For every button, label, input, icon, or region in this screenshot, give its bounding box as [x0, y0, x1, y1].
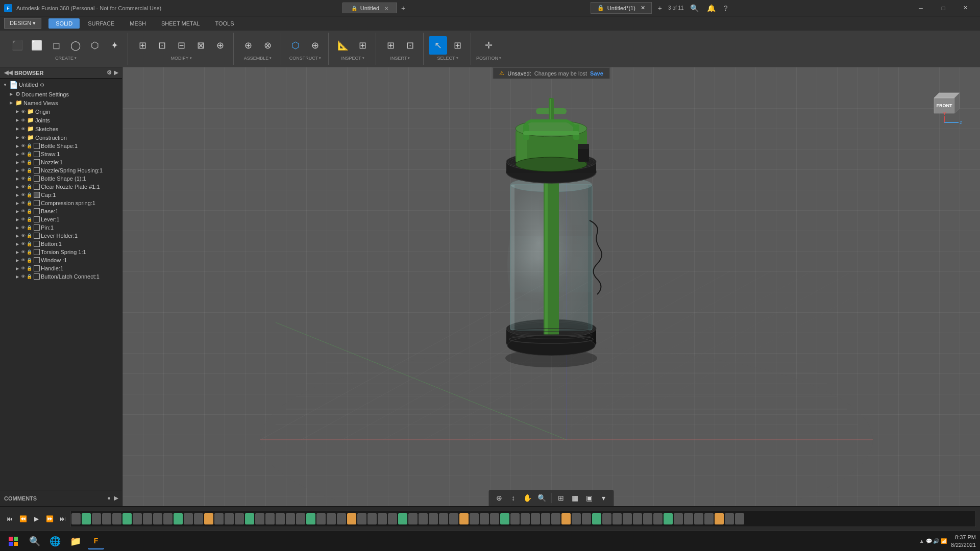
lever-eye[interactable]: 👁: [21, 217, 26, 222]
timeline-item-39[interactable]: [459, 513, 469, 524]
compression-spring-lock[interactable]: 🔒: [27, 201, 32, 206]
timeline-item-42[interactable]: [490, 513, 499, 524]
modify-draft-btn[interactable]: ⊠: [191, 36, 210, 55]
straw-lock[interactable]: 🔒: [27, 152, 32, 157]
tab-close-icon[interactable]: ✕: [384, 6, 388, 11]
new-tab-btn[interactable]: +: [397, 2, 409, 14]
insert-decal-btn[interactable]: ⊡: [401, 36, 419, 55]
tab-sheet-metal[interactable]: SHEET METAL: [154, 18, 207, 29]
maximize-btn[interactable]: □: [933, 3, 953, 14]
select-label[interactable]: SELECT ▾: [437, 56, 458, 61]
minimize-btn[interactable]: ─: [911, 3, 931, 14]
fusion-taskbar-btn[interactable]: F: [88, 533, 104, 549]
timeline-item-46[interactable]: [531, 513, 540, 524]
timeline-item-27[interactable]: [337, 513, 346, 524]
bottle-shape-1-lock[interactable]: 🔒: [27, 143, 32, 148]
timeline-item-12[interactable]: [184, 513, 193, 524]
select-cursor-btn[interactable]: ↖: [429, 36, 447, 55]
button-latch-checkbox[interactable]: [34, 273, 40, 280]
timeline-item-19[interactable]: [255, 513, 264, 524]
nozzle-checkbox[interactable]: [34, 159, 40, 165]
timeline-item-51[interactable]: [582, 513, 591, 524]
position-move-btn[interactable]: ✛: [480, 36, 498, 55]
timeline-item-63[interactable]: [704, 513, 714, 524]
inspect-measure-btn[interactable]: 📐: [334, 36, 352, 55]
create-new-component-btn[interactable]: ⬛: [8, 36, 27, 55]
timeline-item-40[interactable]: [470, 513, 479, 524]
timeline-step-forward-btn[interactable]: ⏩: [44, 513, 55, 524]
timeline-item-28[interactable]: [347, 513, 356, 524]
timeline-item-43[interactable]: [500, 513, 509, 524]
pin-eye[interactable]: 👁: [21, 225, 26, 230]
assemble-joint-btn[interactable]: ⊕: [239, 36, 257, 55]
lever-holder-checkbox[interactable]: [34, 233, 40, 239]
timeline-item-36[interactable]: [429, 513, 438, 524]
doc-tab[interactable]: 🔒 Untitled*(1) ✕: [591, 2, 652, 14]
tab-surface[interactable]: SURFACE: [81, 18, 121, 29]
create-revolve-btn[interactable]: ◯: [66, 36, 85, 55]
tree-item-cap[interactable]: ▶ 👁 🔒 Cap:1: [0, 191, 122, 199]
browser-taskbar-btn[interactable]: 🌐: [47, 533, 63, 549]
timeline-item-23[interactable]: [296, 513, 305, 524]
comments-expand-icon[interactable]: ▶: [114, 495, 118, 502]
timeline-item-55[interactable]: [623, 513, 632, 524]
vp-menu-btn[interactable]: ▾: [598, 492, 610, 504]
timeline-track[interactable]: [70, 511, 976, 527]
timeline-item-37[interactable]: [439, 513, 448, 524]
explorer-taskbar-btn[interactable]: 📁: [67, 533, 84, 549]
timeline-item-32[interactable]: [388, 513, 397, 524]
tray-icons[interactable]: ▲ 💬 🔊 📶: [919, 538, 947, 544]
timeline-item-4[interactable]: [102, 513, 111, 524]
tree-item-torsion-spring[interactable]: ▶ 👁 🔒 Torsion Spring 1:1: [0, 248, 122, 256]
lever-lock[interactable]: 🔒: [27, 217, 32, 222]
timeline-item-53[interactable]: [602, 513, 611, 524]
timeline-go-start-btn[interactable]: ⏮: [4, 513, 15, 524]
timeline-item-59[interactable]: [664, 513, 673, 524]
timeline-play-btn[interactable]: ▶: [31, 513, 42, 524]
collapse-sidebar-btn[interactable]: ◀◀: [4, 69, 12, 76]
doc-close-icon[interactable]: ✕: [641, 5, 645, 11]
construct-label[interactable]: CONSTRUCT ▾: [289, 56, 322, 61]
base-lock[interactable]: 🔒: [27, 209, 32, 214]
timeline-item-35[interactable]: [419, 513, 428, 524]
timeline-item-9[interactable]: [153, 513, 162, 524]
viewport[interactable]: ⚠ Unsaved: Changes may be lost Save: [122, 67, 980, 506]
vp-hand-btn[interactable]: ✋: [522, 492, 534, 504]
compression-spring-checkbox[interactable]: [34, 200, 40, 206]
straw-eye[interactable]: 👁: [21, 152, 26, 157]
timeline-item-56[interactable]: [633, 513, 642, 524]
timeline-item-7[interactable]: [133, 513, 142, 524]
timeline-item-16[interactable]: [225, 513, 234, 524]
button-lock[interactable]: 🔒: [27, 241, 32, 246]
timeline-item-29[interactable]: [357, 513, 366, 524]
button-checkbox[interactable]: [34, 241, 40, 247]
create-loft-btn[interactable]: ✦: [105, 36, 124, 55]
timeline-item-25[interactable]: [316, 513, 326, 524]
timeline-item-18[interactable]: [245, 513, 254, 524]
timeline-item-8[interactable]: [143, 513, 152, 524]
nozzle-eye[interactable]: 👁: [21, 160, 26, 165]
tab-mesh[interactable]: MESH: [122, 18, 153, 29]
modify-chamfer-btn[interactable]: ⊡: [153, 36, 171, 55]
timeline-item-58[interactable]: [653, 513, 663, 524]
timeline-item-33[interactable]: [398, 513, 407, 524]
tree-item-base[interactable]: ▶ 👁 🔒 Base:1: [0, 207, 122, 215]
bottle-shape-1-1-eye[interactable]: 👁: [21, 176, 26, 181]
joints-eye-icon[interactable]: 👁: [21, 118, 26, 123]
window-eye[interactable]: 👁: [21, 258, 26, 263]
timeline-item-60[interactable]: [674, 513, 683, 524]
sketches-eye-icon[interactable]: 👁: [21, 127, 26, 132]
timeline-item-54[interactable]: [612, 513, 622, 524]
timeline-item-20[interactable]: [265, 513, 275, 524]
tree-item-pin[interactable]: ▶ 👁 🔒 Pin:1: [0, 223, 122, 232]
tree-item-nozzle[interactable]: ▶ 👁 🔒 Nozzle:1: [0, 158, 122, 166]
timeline-item-6[interactable]: [122, 513, 132, 524]
torsion-spring-lock[interactable]: 🔒: [27, 249, 32, 255]
vp-pan-btn[interactable]: ↕: [507, 492, 520, 504]
close-btn[interactable]: ✕: [955, 3, 976, 14]
modify-label[interactable]: MODIFY ▾: [171, 56, 192, 61]
vp-display-btn[interactable]: ⊞: [555, 492, 567, 504]
select-window-btn[interactable]: ⊞: [448, 36, 467, 55]
create-sweep-btn[interactable]: ⬡: [86, 36, 104, 55]
button-latch-eye[interactable]: 👁: [21, 274, 26, 279]
